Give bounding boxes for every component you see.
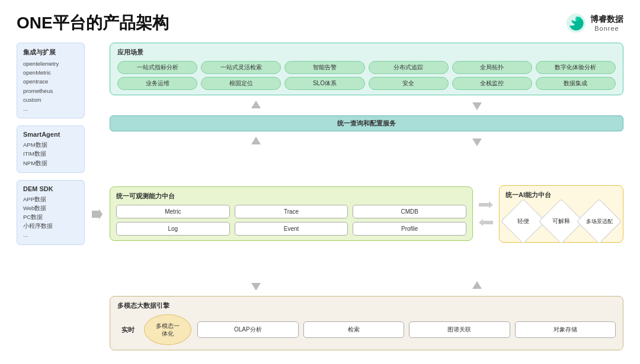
scene-btn-2: 智能告警 bbox=[284, 61, 364, 74]
down-arrow-icon-3 bbox=[251, 281, 261, 291]
bonree-logo-icon bbox=[565, 12, 587, 34]
cap-metric: Metric bbox=[116, 205, 230, 218]
sidebar-smartagent-title: SmartAgent bbox=[23, 131, 78, 138]
data-btn-graph: 图谱关联 bbox=[409, 321, 510, 338]
data-engine-label: 多模态大数据引擎 bbox=[117, 301, 616, 310]
scene-btn-6: 业务运维 bbox=[117, 77, 197, 90]
scene-btn-4: 全局拓扑 bbox=[452, 61, 532, 74]
header: ONE平台的产品架构 博睿数据 Bonree bbox=[17, 12, 623, 34]
app-scene-box: 应用场景 一站式指标分析 一站式灵活检索 智能告警 分布式追踪 全局拓扑 数字化… bbox=[110, 43, 623, 95]
down-arrow-icon-1 bbox=[472, 100, 482, 111]
logo-cn: 博睿数据 bbox=[590, 14, 623, 25]
svg-marker-5 bbox=[472, 138, 482, 146]
sidebar-section-integration: 集成与扩展 opentelemetryopenMetricopentracepr… bbox=[17, 43, 85, 118]
diamond-item-1: 可解释 bbox=[545, 205, 577, 237]
sidebar-section-dem: DEM SDK APP数据Web数据PC数据小程序数据... bbox=[17, 180, 85, 245]
cap-cmdb: CMDB bbox=[353, 205, 466, 218]
arrows-bottom-row bbox=[110, 281, 623, 291]
scene-btn-0: 一站式指标分析 bbox=[117, 61, 197, 74]
ai-box: 统一AI能力中台 轻便 可解释 bbox=[499, 185, 623, 243]
up-arrow-icon-3 bbox=[472, 281, 482, 291]
scene-btn-8: SLO体系 bbox=[284, 77, 364, 90]
realtime-label: 实时 bbox=[117, 326, 138, 334]
arrow-right-icon bbox=[478, 200, 494, 210]
middle-section: 统一可观测能力中台 Metric Trace CMDB Log Event Pr… bbox=[110, 152, 623, 276]
scene-btn-3: 分布式追踪 bbox=[369, 61, 449, 74]
svg-marker-3 bbox=[472, 102, 482, 110]
right-arrow-icon bbox=[91, 208, 104, 221]
sidebar-smartagent-items: APM数据ITIM数据NPM数据 bbox=[23, 140, 78, 167]
sidebar-dem-title: DEM SDK bbox=[23, 185, 78, 192]
capability-row2: Log Event Profile bbox=[116, 222, 466, 236]
data-btn-storage: 对象存储 bbox=[515, 321, 616, 338]
svg-marker-8 bbox=[251, 283, 261, 291]
app-scene-grid: 一站式指标分析 一站式灵活检索 智能告警 分布式追踪 全局拓扑 数字化体验分析 … bbox=[117, 61, 616, 90]
diamond-label-2: 多场景适配 bbox=[586, 217, 613, 225]
ai-label: 统一AI能力中台 bbox=[505, 191, 617, 199]
svg-marker-6 bbox=[479, 201, 493, 208]
svg-marker-7 bbox=[479, 219, 493, 226]
app-scene-row2: 业务运维 根固定位 SLO体系 安全 全栈监控 数据集成 bbox=[117, 77, 616, 90]
unified-service-bar: 统一查询和配置服务 bbox=[110, 115, 623, 131]
down-arrow-icon-2 bbox=[472, 136, 482, 147]
diamond-label-1: 可解释 bbox=[552, 217, 570, 226]
scene-btn-10: 全栈监控 bbox=[452, 77, 532, 90]
observ-box: 统一可观测能力中台 Metric Trace CMDB Log Event Pr… bbox=[110, 186, 473, 241]
page-title: ONE平台的产品架构 bbox=[17, 12, 169, 34]
arrow-left-icon bbox=[478, 218, 494, 227]
up-arrow-icon-1 bbox=[251, 100, 261, 111]
up-arrow-icon-2 bbox=[251, 136, 261, 147]
cap-trace: Trace bbox=[235, 205, 348, 218]
between-arrows bbox=[478, 200, 494, 227]
sidebar-to-content-arrow bbox=[91, 78, 104, 350]
data-engine-box: 多模态大数据引擎 实时 多模态一体化 OLAP分析 检索 图谱关联 对象存储 bbox=[110, 296, 623, 350]
sidebar-section-smartagent: SmartAgent APM数据ITIM数据NPM数据 bbox=[17, 125, 85, 173]
sidebar-dem-items: APP数据Web数据PC数据小程序数据... bbox=[23, 195, 78, 240]
data-btn-olap: OLAP分析 bbox=[197, 321, 299, 338]
logo-text: 博睿数据 Bonree bbox=[590, 14, 623, 32]
content-area: 应用场景 一站式指标分析 一站式灵活检索 智能告警 分布式追踪 全局拓扑 数字化… bbox=[110, 43, 623, 350]
observ-label: 统一可观测能力中台 bbox=[116, 192, 466, 201]
diamond-label-0: 轻便 bbox=[517, 217, 529, 226]
logo-en: Bonree bbox=[594, 25, 619, 32]
capability-grid: Metric Trace CMDB Log Event Profile bbox=[116, 205, 466, 236]
svg-marker-2 bbox=[251, 101, 261, 108]
unified-service-label: 统一查询和配置服务 bbox=[337, 120, 396, 127]
scene-btn-7: 根固定位 bbox=[201, 77, 281, 90]
sidebar: 集成与扩展 opentelemetryopenMetricopentracepr… bbox=[17, 43, 85, 350]
data-btns: OLAP分析 检索 图谱关联 对象存储 bbox=[197, 321, 616, 338]
logo-area: 博睿数据 Bonree bbox=[565, 12, 623, 34]
cloud-label: 多模态一体化 bbox=[154, 322, 181, 337]
cap-event: Event bbox=[235, 222, 348, 236]
diamond-item-0: 轻便 bbox=[507, 205, 539, 237]
svg-marker-1 bbox=[92, 209, 103, 220]
scene-btn-11: 数据集成 bbox=[536, 77, 616, 90]
sidebar-integration-title: 集成与扩展 bbox=[23, 48, 78, 57]
data-engine-row: 实时 多模态一体化 OLAP分析 检索 图谱关联 对象存储 bbox=[117, 314, 616, 345]
main-layout: 集成与扩展 opentelemetryopenMetricopentracepr… bbox=[17, 43, 623, 350]
app-scene-label: 应用场景 bbox=[117, 48, 616, 57]
arrows-mid-row bbox=[110, 136, 623, 147]
data-btn-search: 检索 bbox=[303, 321, 405, 338]
svg-marker-9 bbox=[472, 281, 482, 289]
diamond-shape-2: 多场景适配 bbox=[577, 198, 622, 243]
scene-btn-9: 安全 bbox=[369, 77, 449, 90]
capability-row1: Metric Trace CMDB bbox=[116, 205, 466, 218]
scene-btn-5: 数字化体验分析 bbox=[536, 61, 616, 74]
ai-diamonds: 轻便 可解释 多场景适配 bbox=[505, 205, 617, 237]
diamond-item-2: 多场景适配 bbox=[583, 205, 615, 237]
app-scene-row1: 一站式指标分析 一站式灵活检索 智能告警 分布式追踪 全局拓扑 数字化体验分析 bbox=[117, 61, 616, 74]
page: ONE平台的产品架构 博睿数据 Bonree 集成与扩展 opentelemet… bbox=[0, 0, 640, 364]
scene-btn-1: 一站式灵活检索 bbox=[201, 61, 281, 74]
sidebar-integration-items: opentelemetryopenMetricopentracepromethe… bbox=[23, 59, 78, 113]
multimodal-cloud: 多模态一体化 bbox=[144, 314, 191, 345]
cap-profile: Profile bbox=[353, 222, 466, 236]
arrows-up-down-row bbox=[110, 100, 623, 111]
cap-log: Log bbox=[116, 222, 230, 236]
svg-marker-4 bbox=[251, 137, 261, 144]
